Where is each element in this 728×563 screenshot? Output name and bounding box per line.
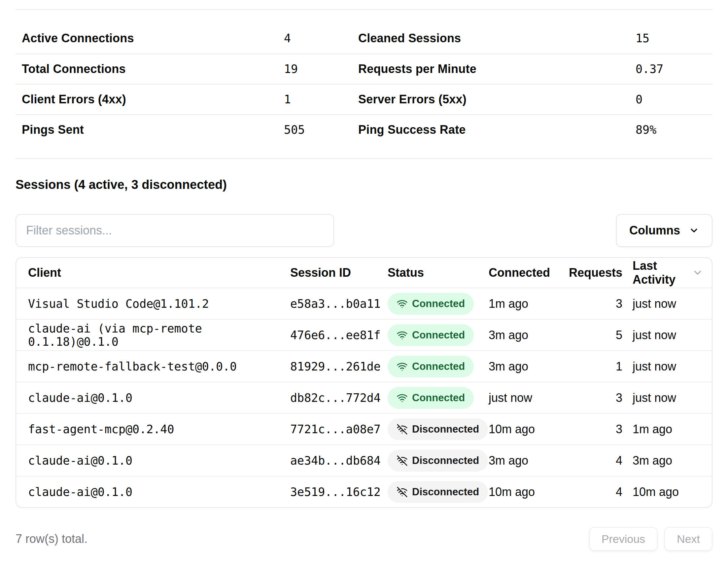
table-row: claude-ai@0.1.0 3e519...16c12 Disconnect… (16, 476, 712, 507)
columns-dropdown-button[interactable]: Columns (616, 214, 712, 247)
wifi-off-icon (397, 486, 408, 498)
client-cell: claude-ai@0.1.0 (16, 454, 290, 467)
chevron-down-icon (689, 225, 699, 236)
session-id-cell: 81929...261de (290, 360, 388, 373)
requests-cell: 4 (551, 485, 622, 499)
column-header-last-activity[interactable]: Last Activity (622, 259, 712, 287)
status-cell: Connected (388, 356, 489, 377)
status-cell: Connected (388, 293, 489, 315)
status-badge-label: Connected (412, 329, 465, 341)
filter-sessions-input[interactable] (16, 214, 334, 247)
status-cell: Connected (388, 387, 489, 409)
status-badge: Disconnected (388, 481, 488, 503)
stats-row: Total Connections 19 Requests per Minute… (16, 53, 712, 84)
last-activity-cell: just now (622, 297, 712, 311)
status-badge-label: Disconnected (412, 423, 479, 435)
status-cell: Connected (388, 324, 489, 346)
session-id-cell: 476e6...ee81f (290, 329, 388, 342)
column-header-connected: Connected (489, 266, 551, 280)
status-badge-label: Connected (412, 298, 465, 310)
table-row: mcp-remote-fallback-test@0.0.0 81929...2… (16, 350, 712, 382)
requests-cell: 3 (551, 297, 622, 311)
status-badge-label: Connected (412, 392, 465, 404)
stat-label: Active Connections (16, 31, 278, 45)
status-badge: Connected (388, 356, 474, 377)
column-header-status: Status (388, 266, 489, 280)
wifi-off-icon (397, 424, 408, 435)
client-cell: fast-agent-mcp@0.2.40 (16, 423, 290, 436)
requests-cell: 3 (551, 391, 622, 405)
columns-button-label: Columns (629, 224, 680, 237)
connected-cell: 3m ago (489, 360, 551, 373)
rows-total-label: 7 row(s) total. (16, 532, 87, 546)
table-footer: 7 row(s) total. Previous Next (16, 527, 712, 551)
stat-label: Requests per Minute (352, 62, 629, 76)
connected-cell: 1m ago (489, 297, 551, 311)
table-row: claude-ai (via mcp-remote 0.1.18)@0.1.0 … (16, 319, 712, 350)
stat-value: 89% (629, 123, 712, 136)
stats-row: Active Connections 4 Cleaned Sessions 15 (16, 23, 712, 53)
connected-cell: just now (489, 391, 551, 405)
status-cell: Disconnected (388, 481, 489, 503)
stat-label: Cleaned Sessions (352, 31, 629, 45)
last-activity-header-label: Last Activity (633, 259, 692, 287)
column-header-session-id: Session ID (290, 266, 388, 280)
stat-value: 19 (278, 62, 352, 76)
pagination: Previous Next (589, 527, 712, 551)
connected-cell: 10m ago (489, 485, 551, 499)
requests-cell: 1 (551, 360, 622, 373)
last-activity-cell: just now (622, 360, 712, 373)
column-header-requests: Requests (551, 266, 622, 280)
client-cell: mcp-remote-fallback-test@0.0.0 (16, 360, 290, 373)
sessions-table: Client Session ID Status Connected Reque… (16, 257, 712, 508)
status-badge: Disconnected (388, 450, 488, 472)
status-badge-label: Connected (412, 361, 465, 372)
wifi-off-icon (397, 455, 408, 466)
last-activity-cell: 1m ago (622, 422, 712, 436)
session-id-cell: 3e519...16c12 (290, 485, 388, 499)
stat-label: Server Errors (5xx) (352, 92, 629, 106)
last-activity-cell: just now (622, 391, 712, 405)
connected-cell: 3m ago (489, 328, 551, 342)
dashboard: Active Connections 4 Cleaned Sessions 15… (0, 9, 728, 551)
stat-value: 4 (278, 32, 352, 45)
status-badge: Connected (388, 324, 474, 346)
column-header-client: Client (16, 266, 290, 280)
table-row: fast-agent-mcp@0.2.40 7721c...a08e7 Disc… (16, 413, 712, 444)
status-badge: Connected (388, 387, 474, 409)
last-activity-cell: just now (622, 328, 712, 342)
wifi-icon (397, 298, 408, 309)
stat-value: 0 (629, 93, 712, 106)
wifi-icon (397, 330, 408, 341)
previous-page-button[interactable]: Previous (589, 527, 658, 551)
client-cell: claude-ai@0.1.0 (16, 391, 290, 405)
stat-label: Ping Success Rate (352, 123, 629, 137)
connected-cell: 3m ago (489, 454, 551, 468)
stat-value: 15 (629, 32, 712, 45)
stat-value: 0.37 (629, 62, 712, 76)
stats-row: Client Errors (4xx) 1 Server Errors (5xx… (16, 84, 712, 114)
wifi-icon (397, 392, 408, 404)
table-header-row: Client Session ID Status Connected Reque… (16, 258, 712, 288)
session-id-cell: 7721c...a08e7 (290, 423, 388, 436)
stat-label: Client Errors (4xx) (16, 92, 278, 106)
chevron-down-icon[interactable] (692, 267, 703, 278)
sessions-heading: Sessions (4 active, 3 disconnected) (16, 178, 712, 192)
status-cell: Disconnected (388, 450, 489, 472)
sessions-toolbar: Columns (16, 214, 712, 247)
session-id-cell: db82c...772d4 (290, 391, 388, 405)
status-cell: Disconnected (388, 418, 489, 440)
client-cell: claude-ai (via mcp-remote 0.1.18)@0.1.0 (16, 322, 290, 348)
status-badge: Connected (388, 293, 474, 315)
next-page-button[interactable]: Next (664, 527, 712, 551)
stats-table: Active Connections 4 Cleaned Sessions 15… (16, 9, 712, 159)
requests-cell: 4 (551, 454, 622, 468)
status-badge: Disconnected (388, 418, 488, 440)
stat-value: 505 (278, 123, 352, 136)
requests-cell: 5 (551, 328, 622, 342)
status-badge-label: Disconnected (412, 486, 479, 498)
session-id-cell: e58a3...b0a11 (290, 297, 388, 310)
table-row: claude-ai@0.1.0 db82c...772d4 Connected … (16, 382, 712, 413)
requests-cell: 3 (551, 422, 622, 436)
client-cell: claude-ai@0.1.0 (16, 485, 290, 499)
